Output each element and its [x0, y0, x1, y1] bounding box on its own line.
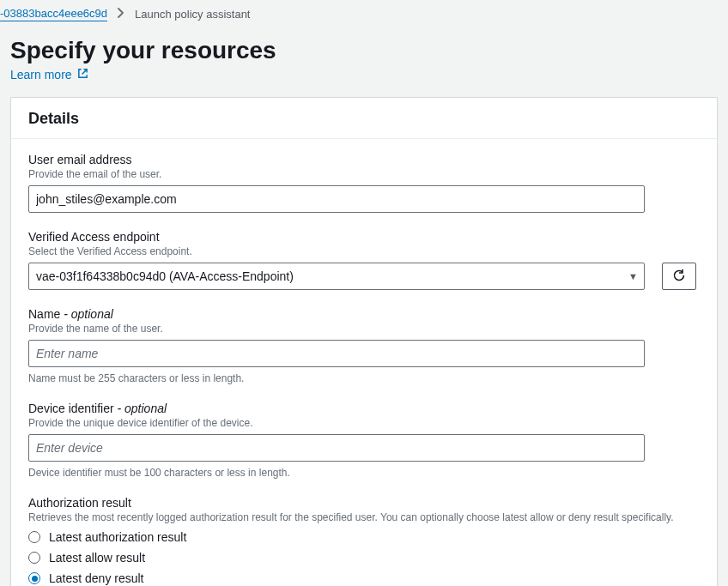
radio-label-deny: Latest deny result: [49, 571, 144, 585]
field-email: User email address Provide the email of …: [28, 153, 700, 213]
external-link-icon: [77, 68, 88, 82]
endpoint-label: Verified Access endpoint: [28, 230, 700, 244]
learn-more-link[interactable]: Learn more: [0, 68, 99, 97]
email-label: User email address: [28, 153, 700, 166]
field-auth-result: Authorization result Retrieves the most …: [28, 496, 700, 585]
chevron-right-icon: [118, 8, 124, 21]
field-endpoint: Verified Access endpoint Select the Veri…: [28, 230, 700, 290]
refresh-icon: [672, 269, 686, 285]
endpoint-selected-value: vae-03f1f64338b0c94d0 (AVA-Access-Endpoi…: [36, 269, 294, 283]
page-title: Specify your resources: [0, 25, 728, 68]
radio-label-latest: Latest authorization result: [49, 530, 186, 544]
device-label: Device identifier - optional: [28, 402, 700, 415]
email-field[interactable]: [28, 185, 645, 213]
name-label: Name - optional: [28, 307, 700, 321]
endpoint-select[interactable]: vae-03f1f64338b0c94d0 (AVA-Access-Endpoi…: [28, 263, 645, 290]
radio-label-allow: Latest allow result: [49, 551, 145, 565]
radio-latest-authorization[interactable]: Latest authorization result: [28, 530, 700, 544]
name-help: Name must be 255 characters or less in l…: [28, 372, 700, 384]
endpoint-desc: Select the Verified Access endpoint.: [28, 245, 700, 257]
learn-more-label: Learn more: [10, 68, 72, 82]
device-desc: Provide the unique device identifier of …: [28, 417, 700, 429]
device-field[interactable]: [28, 434, 645, 462]
auth-result-label: Authorization result: [28, 496, 700, 510]
breadcrumb-current: Launch policy assistant: [135, 8, 250, 21]
auth-result-desc: Retrieves the most recently logged autho…: [28, 511, 700, 523]
auth-result-radio-group: Latest authorization result Latest allow…: [28, 530, 700, 585]
radio-icon: [28, 572, 40, 584]
radio-latest-deny[interactable]: Latest deny result: [28, 571, 700, 585]
breadcrumb: -03883bacc4eee6c9d Launch policy assista…: [0, 0, 728, 25]
email-desc: Provide the email of the user.: [28, 168, 700, 180]
field-device: Device identifier - optional Provide the…: [28, 402, 700, 479]
name-field[interactable]: [28, 340, 645, 367]
device-help: Device identifier must be 100 characters…: [28, 467, 700, 479]
name-desc: Provide the name of the user.: [28, 323, 700, 335]
radio-latest-allow[interactable]: Latest allow result: [28, 551, 700, 565]
panel-header: Details: [11, 98, 717, 139]
field-name: Name - optional Provide the name of the …: [28, 307, 700, 384]
refresh-button[interactable]: [662, 263, 696, 290]
radio-icon: [28, 552, 40, 564]
breadcrumb-prev-link[interactable]: -03883bacc4eee6c9d: [0, 7, 107, 21]
radio-icon: [28, 531, 40, 543]
details-panel: Details User email address Provide the e…: [10, 97, 718, 586]
